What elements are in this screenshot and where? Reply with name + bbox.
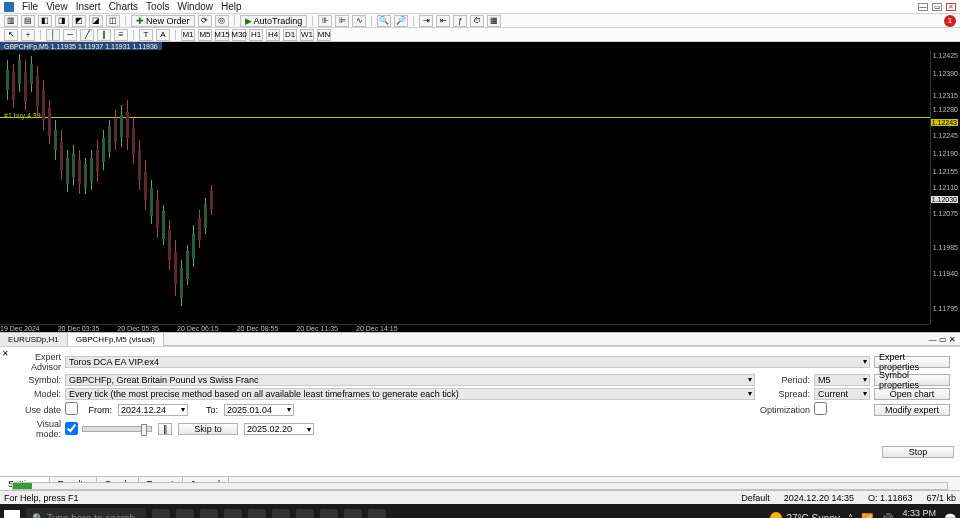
pause-button[interactable]: ‖ [158,423,172,435]
candles-button[interactable]: ⊫ [335,15,349,27]
autotrading-button[interactable]: ▶AutoTrading [240,15,308,27]
from-date[interactable]: 2024.12.24 [118,404,188,416]
tf-m1[interactable]: M1 [181,29,195,41]
tf-h4[interactable]: H4 [266,29,280,41]
text-button[interactable]: T [139,29,153,41]
hline-button[interactable]: ─ [63,29,77,41]
autoscroll-button[interactable]: ⇥ [419,15,433,27]
task-icon[interactable] [152,509,170,518]
modify-expert-button[interactable]: Modify expert [874,404,950,416]
window-controls: — ▭ ✕ [918,3,956,11]
task-icon[interactable] [296,509,314,518]
skip-to-button[interactable]: Skip to [178,423,238,435]
task-icon[interactable] [200,509,218,518]
status-help: For Help, press F1 [4,493,79,503]
stop-button[interactable]: Stop [882,446,954,458]
task-icon[interactable] [176,509,194,518]
line-chart-button[interactable]: ∿ [352,15,366,27]
tf-m30[interactable]: M30 [232,29,246,41]
data-window-button[interactable]: ◨ [55,15,69,27]
new-order-button[interactable]: ✚New Order [131,15,195,27]
tester-button[interactable]: ◫ [106,15,120,27]
terminal-button[interactable]: ◪ [89,15,103,27]
menu-window[interactable]: Window [177,1,213,12]
new-chart-button[interactable]: ▥ [4,15,18,27]
task-icon[interactable] [344,509,362,518]
bar-chart-button[interactable]: ⊪ [318,15,332,27]
tray-chevron-icon[interactable]: ˄ [848,513,853,519]
symbol-select[interactable]: GBPCHFp, Great Britain Pound vs Swiss Fr… [65,374,755,386]
visual-checkbox[interactable] [65,422,78,435]
minimize-button[interactable]: — [918,3,928,11]
task-icon[interactable] [224,509,242,518]
status-datetime: 2024.12.20 14:35 [784,493,854,503]
signals-button[interactable]: ◎ [215,15,229,27]
expert-select[interactable]: Toros DCA EA VIP.ex4 [65,356,870,368]
chart-window[interactable]: GBPCHFp,M5 1.11935 1.11937 1.11931 1.119… [0,42,960,332]
channel-button[interactable]: ∥ [97,29,111,41]
tray-network-icon[interactable]: 📶 [861,513,873,519]
status-ohlc: O: 1.11863 [868,493,913,503]
navigator-button[interactable]: ◩ [72,15,86,27]
optimization-checkbox[interactable] [814,402,827,415]
periods-button[interactable]: ⏱ [470,15,484,27]
tabbar-minimize[interactable]: — ▭ ✕ [925,335,960,344]
tf-d1[interactable]: D1 [283,29,297,41]
expert-properties-button[interactable]: Expert properties [874,356,950,368]
menu-file[interactable]: File [22,1,38,12]
tf-mn[interactable]: MN [317,29,331,41]
menu-charts[interactable]: Charts [109,1,138,12]
skipto-date[interactable]: 2025.02.20 [244,423,314,435]
trendline-button[interactable]: ╱ [80,29,94,41]
tf-h1[interactable]: H1 [249,29,263,41]
vline-button[interactable]: │ [46,29,60,41]
tf-m15[interactable]: M15 [215,29,229,41]
menu-insert[interactable]: Insert [76,1,101,12]
weather-widget[interactable]: 27°C Sunny [770,512,839,518]
close-button[interactable]: ✕ [946,3,956,11]
tab-gbpchf[interactable]: GBPCHFp,M5 (visual) [68,333,164,346]
task-icon[interactable] [272,509,290,518]
notifications-icon[interactable]: 💬 [944,513,956,519]
menu-help[interactable]: Help [221,1,242,12]
tf-m5[interactable]: M5 [198,29,212,41]
model-select[interactable]: Every tick (the most precise method base… [65,388,755,400]
candles [0,50,930,324]
start-button[interactable] [4,510,20,518]
alerts-indicator[interactable]: 1 [944,15,956,27]
to-date[interactable]: 2025.01.04 [224,404,294,416]
shift-button[interactable]: ⇤ [436,15,450,27]
crosshair-button[interactable]: ＋ [21,29,35,41]
templates-button[interactable]: ▦ [487,15,501,27]
fibo-button[interactable]: ≡ [114,29,128,41]
spread-label: Spread: [757,387,812,401]
label-button[interactable]: A [156,29,170,41]
indicators-button[interactable]: ƒ [453,15,467,27]
maximize-button[interactable]: ▭ [932,3,942,11]
cursor-button[interactable]: ↖ [4,29,18,41]
tray-sound-icon[interactable]: 🔊 [881,513,893,519]
tab-eurusd[interactable]: EURUSDp,H1 [0,333,68,346]
spread-select[interactable]: Current [814,388,870,400]
taskbar-search[interactable]: 🔍 Type here to search [26,508,146,518]
symbol-properties-button[interactable]: Symbol properties [874,374,950,386]
taskbar-clock[interactable]: 4:33 PM 1/1/2025 [901,508,936,518]
task-icon[interactable] [248,509,266,518]
task-icon[interactable] [368,509,386,518]
tf-w1[interactable]: W1 [300,29,314,41]
metaquotes-button[interactable]: ⟳ [198,15,212,27]
zoom-out-button[interactable]: 🔎 [394,15,408,27]
task-icon[interactable] [320,509,338,518]
taskbar: 🔍 Type here to search 27°C Sunny ˄ 📶 🔊 4… [0,504,960,518]
chart-title: GBPCHFp,M5 1.11935 1.11937 1.11931 1.119… [0,42,162,50]
progress-bar [12,482,948,490]
speed-slider[interactable] [82,426,152,432]
period-select[interactable]: M5 [814,374,870,386]
usedate-checkbox[interactable] [65,402,78,415]
tester-close[interactable]: ✕ [2,349,9,358]
profiles-button[interactable]: ▤ [21,15,35,27]
zoom-in-button[interactable]: 🔍 [377,15,391,27]
menu-view[interactable]: View [46,1,68,12]
market-watch-button[interactable]: ◧ [38,15,52,27]
menu-tools[interactable]: Tools [146,1,169,12]
